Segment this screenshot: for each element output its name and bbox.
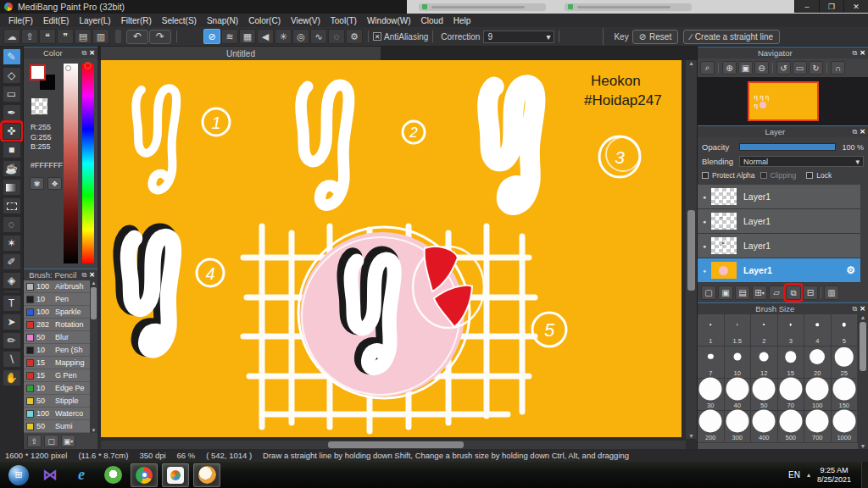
concentric-snap-icon[interactable]: ◎ xyxy=(292,29,309,44)
menu-color[interactable]: Color(C) xyxy=(243,16,286,25)
brush-list-item[interactable]: 10Edge Pe xyxy=(24,382,90,395)
menu-view[interactable]: View(V) xyxy=(286,16,326,25)
brush-list-item[interactable]: 50Stipple xyxy=(24,395,90,408)
add-8bit-layer-button[interactable]: ▣ xyxy=(718,286,733,300)
comment-icon[interactable]: ❝ xyxy=(39,29,56,44)
taskbar-kmplayer[interactable]: ⋈ xyxy=(36,463,64,487)
brush-list-item[interactable]: 10Pen (Sh xyxy=(24,344,90,357)
popout-icon[interactable]: ⧉ xyxy=(853,128,858,136)
layer-row[interactable]: ● ∙˟ Layer1 xyxy=(698,234,860,258)
brush-size-cell[interactable]: 1.5 xyxy=(725,314,752,347)
brush-list-item[interactable]: 100Airbrush xyxy=(24,280,90,293)
brush-size-cell[interactable]: 150 xyxy=(832,379,859,411)
brush-size-scrollbar[interactable]: ▲▼ xyxy=(858,314,868,449)
correction-dropdown[interactable]: 9 ▾ xyxy=(483,30,554,43)
gear-icon[interactable]: ⚙ xyxy=(846,264,855,276)
menu-help[interactable]: Help xyxy=(448,16,476,25)
duplicate-layer-button[interactable]: ⧉ xyxy=(786,286,801,300)
show-desktop-button[interactable] xyxy=(861,462,868,488)
brush-tool[interactable]: ✎ xyxy=(3,48,21,65)
folder-icon[interactable]: ▱ xyxy=(769,286,784,300)
popout-icon[interactable]: ⧉ xyxy=(82,271,87,280)
brush-size-cell[interactable]: 400 xyxy=(751,411,778,443)
restore-button[interactable]: ❐ xyxy=(819,0,843,13)
rotate-left-icon[interactable]: ↺ xyxy=(776,61,791,75)
brush-list-item[interactable]: 10Pen xyxy=(24,293,90,306)
close-button[interactable]: ✕ xyxy=(843,0,868,13)
menu-window[interactable]: Window(W) xyxy=(362,16,416,25)
document-icon[interactable]: ▤ xyxy=(75,29,92,44)
fill-tool[interactable]: ■ xyxy=(3,141,21,158)
navigator-thumbnail[interactable]: η η η η xyxy=(748,81,819,121)
hand-tool[interactable]: ✋ xyxy=(3,369,21,386)
palette-icon[interactable]: ✾ xyxy=(30,177,44,190)
transparent-color-swatch[interactable] xyxy=(31,98,47,114)
canvas-horizontal-scrollbar[interactable] xyxy=(101,441,686,449)
taskbar-coccoc[interactable] xyxy=(99,463,126,487)
eraser-tool[interactable]: ◇ xyxy=(3,67,21,84)
brush-size-cell[interactable]: 200 xyxy=(698,411,725,443)
brush-list-item[interactable]: 50Sumi xyxy=(24,420,90,433)
brush-cloud-icon[interactable]: ⇧ xyxy=(27,435,42,447)
close-icon[interactable]: ✕ xyxy=(860,49,865,57)
brush-list-item[interactable]: 100Waterco xyxy=(24,408,90,420)
sv-indicator[interactable] xyxy=(65,65,71,71)
brush-size-cell[interactable]: 4 xyxy=(804,314,832,347)
cloud-icon[interactable]: ☁ xyxy=(3,29,20,44)
layer-row-selected[interactable]: ● Layer1 ⚙ xyxy=(698,258,860,283)
close-icon[interactable]: ✕ xyxy=(89,49,95,57)
close-icon[interactable]: ✕ xyxy=(860,128,865,136)
undo-button[interactable]: ↶ xyxy=(126,30,148,44)
snap-settings-icon[interactable]: ⚙ xyxy=(346,29,363,44)
color-picker-icon[interactable]: ❖ xyxy=(47,177,62,190)
document-list-icon[interactable]: ▥ xyxy=(92,29,109,44)
brush-size-cell[interactable]: 30 xyxy=(698,379,725,411)
eyedropper-tool[interactable]: ∖ xyxy=(3,351,21,368)
brush-size-cell[interactable]: 3 xyxy=(778,314,805,347)
select-pen-tool[interactable]: ✐ xyxy=(3,253,21,270)
radial-snap-icon[interactable]: ✳ xyxy=(275,29,292,44)
tray-expand-icon[interactable]: ▴ xyxy=(807,471,810,479)
brush-size-cell[interactable]: 300 xyxy=(725,411,752,443)
menu-select[interactable]: Select(S) xyxy=(157,16,202,25)
hue-bar[interactable] xyxy=(82,64,94,263)
brush-size-cell[interactable]: 15 xyxy=(778,347,805,379)
upload-icon[interactable]: ⇧ xyxy=(21,29,38,44)
start-button[interactable]: ⊞ xyxy=(5,463,32,487)
brush-list-scrollbar[interactable]: ▲▼ xyxy=(90,280,97,433)
vanishing-point-snap-icon[interactable]: ◀ xyxy=(257,29,274,44)
close-icon[interactable]: ✕ xyxy=(860,305,865,313)
text-tool[interactable]: T xyxy=(3,295,21,312)
taskbar-medibang-paint[interactable] xyxy=(193,463,220,487)
brush-list-item[interactable]: 15G Pen xyxy=(24,369,90,382)
brush-size-cell[interactable]: 10 xyxy=(725,347,752,379)
brush-size-cell[interactable]: 1 xyxy=(698,314,725,347)
popout-icon[interactable]: ⧉ xyxy=(853,305,858,313)
bucket-tool[interactable]: ☕ xyxy=(3,160,21,177)
snap-off-icon[interactable]: ⊘ xyxy=(203,29,220,44)
brush-size-cell[interactable]: 5 xyxy=(832,314,859,347)
saturation-value-bar[interactable] xyxy=(64,64,78,263)
control-point-tool[interactable]: ✒ xyxy=(3,104,21,121)
clipping-checkbox[interactable] xyxy=(760,172,767,179)
brush-menu-icon[interactable]: ▣▾ xyxy=(61,435,75,447)
redo-button[interactable]: ↷ xyxy=(149,30,171,44)
add-1bit-layer-button[interactable]: ▤ xyxy=(735,286,750,300)
visibility-icon[interactable]: ● xyxy=(698,194,711,200)
popout-icon[interactable]: ⧉ xyxy=(853,49,858,58)
brush-list-item[interactable]: 282Rotation xyxy=(24,319,90,331)
rotate-right-icon[interactable]: ↻ xyxy=(809,61,823,75)
visibility-icon[interactable]: ● xyxy=(698,268,711,274)
ellipse-snap-icon[interactable]: ◌ xyxy=(328,29,345,44)
merge-layer-button[interactable]: ⊟ xyxy=(803,286,818,300)
add-brush-icon[interactable]: ▢ xyxy=(44,435,58,447)
magic-wand-tool[interactable]: ✶ xyxy=(3,235,21,252)
select-eraser-tool[interactable]: ◈ xyxy=(3,272,21,289)
menu-file[interactable]: File(F) xyxy=(3,16,38,25)
taskbar-chrome[interactable] xyxy=(131,463,158,487)
popout-icon[interactable]: ⧉ xyxy=(82,49,87,58)
move-tool[interactable]: ✜ xyxy=(3,123,21,140)
reset-view-icon[interactable]: ▭ xyxy=(793,61,807,75)
select-tool[interactable] xyxy=(3,197,21,214)
lasso-tool[interactable]: ◌ xyxy=(3,216,21,233)
